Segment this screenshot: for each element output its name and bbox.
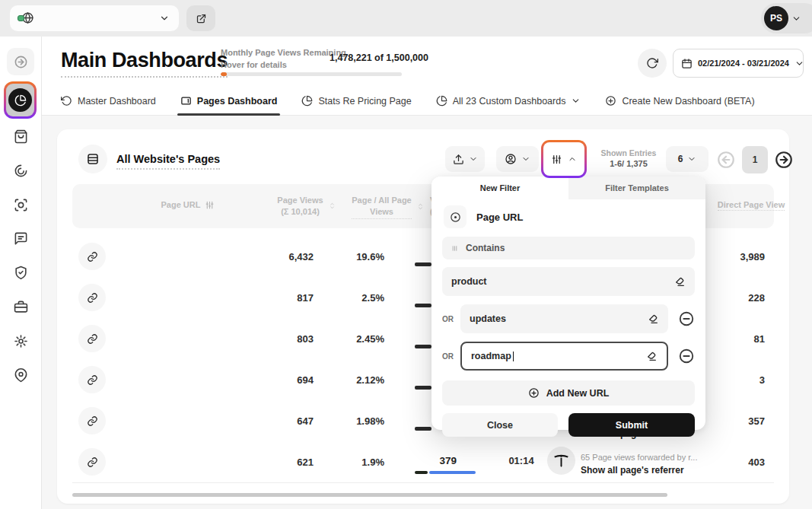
filter-value-text: updates xyxy=(470,313,506,324)
open-site-button[interactable] xyxy=(186,5,215,31)
filter-condition-select[interactable]: Contains xyxy=(442,237,695,259)
visitors-mini-bar xyxy=(415,427,431,431)
sidebar-item-settings[interactable] xyxy=(7,327,34,355)
submit-button[interactable]: Submit xyxy=(568,413,695,437)
column-page-views[interactable]: Page Views (Σ 10,014) xyxy=(261,195,352,218)
sidebar-item-feedback[interactable] xyxy=(7,224,34,252)
export-button[interactable] xyxy=(445,146,485,172)
history-icon xyxy=(61,95,72,107)
tab-new-filter[interactable]: New Filter xyxy=(431,177,568,199)
visitors-mini-bar xyxy=(415,304,431,307)
filter-value-input-3[interactable]: roadmap xyxy=(460,342,668,371)
visitors-value: 379 xyxy=(403,455,457,466)
horizontal-scrollbar[interactable] xyxy=(72,493,667,497)
tab-label: Master Dashboard xyxy=(78,96,156,107)
or-label: OR xyxy=(442,315,460,323)
annotation-highlight-filter xyxy=(541,140,587,178)
sidebar-item-sessions[interactable] xyxy=(7,157,34,184)
page-views-value: 803 xyxy=(237,333,314,345)
visitor-segment-button[interactable] xyxy=(496,146,539,172)
tab-pages-dashboard[interactable]: Pages Dashboard xyxy=(180,87,278,115)
page-link-button[interactable] xyxy=(78,243,106,270)
page-size-value: 6 xyxy=(678,154,683,164)
filter-value-input-2[interactable]: updates xyxy=(460,304,668,333)
tab-create-dashboard[interactable]: Create New Dashboard (BETA) xyxy=(605,87,754,115)
add-new-url-label: Add New URL xyxy=(546,388,610,399)
filter-value-input-1[interactable]: product xyxy=(442,267,695,296)
previous-page-button[interactable] xyxy=(716,150,736,170)
eraser-icon[interactable] xyxy=(673,275,686,288)
tab-label: Create New Dashboard (BETA) xyxy=(622,96,754,107)
sidebar-item-recordings[interactable] xyxy=(7,191,34,218)
sidebar-item-store[interactable] xyxy=(7,122,34,150)
quota-progress-fill xyxy=(221,72,227,76)
bars-icon xyxy=(451,244,459,253)
visitors-bar-blue xyxy=(429,471,476,474)
direct-views-value: 357 xyxy=(704,415,765,427)
link-icon xyxy=(87,457,98,468)
remove-value-button[interactable] xyxy=(678,310,695,327)
filter-button[interactable] xyxy=(543,142,584,176)
sidebar-item-dashboards[interactable] xyxy=(6,84,34,116)
column-label: Page Views (Σ 10,014) xyxy=(277,195,323,218)
page-link-button[interactable] xyxy=(78,407,106,434)
page-views-value: 621 xyxy=(237,457,314,468)
tab-stats-pricing[interactable]: Stats Re Pricing Page xyxy=(301,87,411,115)
page-views-value: 647 xyxy=(237,415,314,427)
page-link-button[interactable] xyxy=(78,284,106,311)
sidebar-item-expand[interactable] xyxy=(7,48,34,75)
top-bar: PS xyxy=(0,0,812,37)
chevron-down-icon xyxy=(159,13,170,24)
eraser-icon[interactable] xyxy=(645,350,658,362)
column-page-all-views[interactable]: Page / All Page Views xyxy=(342,195,434,219)
dashboard-tabs: Master Dashboard Pages Dashboard Stats R… xyxy=(42,87,812,116)
chevron-down-icon xyxy=(469,154,478,164)
remove-value-button[interactable] xyxy=(678,348,695,364)
workspace-globe-icon xyxy=(19,11,34,25)
refresh-button[interactable] xyxy=(638,49,667,78)
workspace-selector[interactable] xyxy=(10,5,179,31)
tab-master-dashboard[interactable]: Master Dashboard xyxy=(61,87,156,115)
column-page-url[interactable]: Page URL xyxy=(142,199,234,211)
chevron-up-icon xyxy=(568,154,577,164)
table-icon xyxy=(78,145,107,173)
page-link-button[interactable] xyxy=(78,448,106,476)
sort-icon xyxy=(416,202,425,211)
sidebar-item-locations[interactable] xyxy=(7,361,34,389)
tab-label: All 23 Custom Dashboards xyxy=(453,96,566,107)
column-label: Page / All Page Views xyxy=(352,195,411,219)
pie-chart-icon xyxy=(14,94,27,107)
date-range-picker[interactable]: 02/21/2024 - 03/21/2024 xyxy=(673,49,804,78)
eraser-icon[interactable] xyxy=(647,313,659,325)
date-range-value: 02/21/2024 - 03/21/2024 xyxy=(698,59,789,68)
close-button[interactable]: Close xyxy=(442,413,558,437)
chat-icon xyxy=(14,231,28,246)
page-size-select[interactable]: 6 xyxy=(666,146,709,172)
column-direct-page-view[interactable]: Direct Page View xyxy=(705,199,797,211)
next-page-button[interactable] xyxy=(774,150,794,170)
page-link-button[interactable] xyxy=(78,366,106,393)
shown-entries-label: Shown Entries xyxy=(594,148,663,158)
arrow-right-circle-icon xyxy=(14,55,28,69)
quota-hint: Hover for details xyxy=(221,59,346,72)
current-page[interactable]: 1 xyxy=(742,146,768,173)
tab-custom-dashboards[interactable]: All 23 Custom Dashboards xyxy=(436,87,581,115)
account-menu[interactable]: PS xyxy=(761,3,812,33)
filter-condition-value: Contains xyxy=(466,243,505,253)
sidebar-item-security[interactable] xyxy=(7,259,34,286)
workspace-status-dot xyxy=(18,15,24,21)
page-views-value: 694 xyxy=(237,374,314,386)
page-link-button[interactable] xyxy=(78,325,106,352)
show-referrer-link[interactable]: Show all page's referrer xyxy=(581,465,684,476)
link-icon xyxy=(87,292,98,304)
sliders-icon xyxy=(551,154,562,165)
page-pct-value: 2.5% xyxy=(323,292,384,304)
shown-entries-value: 1-6/ 1,375 xyxy=(594,158,663,170)
filter-or-row: OR updates xyxy=(442,304,695,333)
filter-value-text: roadmap xyxy=(471,351,511,361)
tab-filter-templates[interactable]: Filter Templates xyxy=(568,177,705,199)
sidebar-item-workspace[interactable] xyxy=(7,293,34,320)
filter-field-row[interactable]: Page URL xyxy=(431,199,705,233)
add-new-url-button[interactable]: Add New URL xyxy=(442,380,695,406)
annotation-highlight-sidebar xyxy=(4,81,37,119)
